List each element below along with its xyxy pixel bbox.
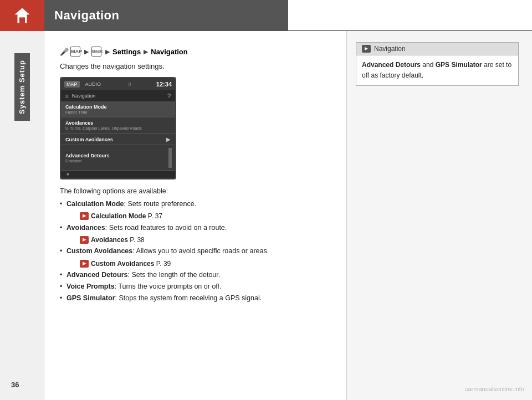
list-item-voice-rest: : Turns the voice prompts on or off. [115,283,222,290]
left-content: 🎤 MAP ▶ Back ▶ Settings ▶ Navigation Cha… [44,31,346,400]
screen-item-avoid-sub: U-Turns, Carpool Lanes, Unpaved Roads [65,126,171,131]
content-area: 🎤 MAP ▶ Back ▶ Settings ▶ Navigation Cha… [44,31,532,400]
list-item-custom: Custom Avoidances: Allows you to avoid s… [60,245,333,269]
sub-label-avoid: Avoidances P. 38 [91,234,145,245]
screen-time: 12:34 [156,81,172,88]
screen-item-avoid[interactable]: Avoidances U-Turns, Carpool Lanes, Unpav… [61,117,175,134]
breadcrumb-settings: Settings [112,48,141,56]
screen-tab-audio: AUDIO [83,81,104,88]
list-item-gps-rest: : Stops the system from receiving a GPS … [115,294,262,302]
screen-item-calc-title: Calculation Mode [65,104,171,110]
list-item-custom-label: Custom Avoidances [66,247,132,255]
info-box-body: Advanced Detours and GPS Simulator are s… [356,55,518,85]
list-item-calc: Calculation Mode: Sets route preference.… [60,198,333,222]
list-item-calc-rest: : Sets route preference. [124,200,196,208]
subtitle: Changes the navigation settings. [60,62,333,70]
screen-item-calc-sub: Faster Time [65,110,171,115]
screen-question-icon: ? [167,93,171,99]
sub-icon-custom: ▶ [80,260,89,268]
screen-nav-title: Navigation [72,93,96,99]
list-item-avoid-label: Avoidances [66,224,105,232]
info-body-part1: Advanced Detours [362,61,421,69]
sub-icon-avoid: ▶ [80,236,89,244]
main-layout: System Setup 🎤 MAP ▶ Back ▶ Settings ▶ N… [0,31,532,400]
right-content: ▶ Navigation Advanced Detours and GPS Si… [346,31,532,400]
mic-icon: 🎤 [60,48,69,56]
screen-item-custom-title: Custom Avoidances [65,137,113,142]
svg-rect-1 [19,17,25,23]
screen-items-wrapper: Calculation Mode Faster Time Avoidances … [61,101,175,171]
screen-item-detours-title: Advanced Detours [65,153,110,158]
list-item-avoid-rest: : Sets road features to avoid on a route… [105,224,227,232]
screen-item-avoid-title: Avoidances [65,120,171,126]
home-icon [12,6,32,25]
list-item-avoid: Avoidances: Sets road features to avoid … [60,222,333,246]
sub-label-custom: Custom Avoidances P. 39 [91,258,171,269]
page-header: Navigation [0,0,532,31]
info-box: ▶ Navigation Advanced Detours and GPS Si… [356,42,519,86]
screen-tabs: MAP AUDIO [64,81,103,88]
breadcrumb-navigation: Navigation [151,48,187,56]
sidebar-label: System Setup [14,53,30,121]
list-item-custom-rest: : Allows you to avoid specific roads or … [132,247,269,255]
screen-nav-title-row: ≡ Navigation [65,93,95,99]
list-item-gps: GPS Simulator: Stops the system from rec… [60,293,333,304]
screen-menu-icon: ≡ [65,93,69,99]
header-right-line [288,0,532,31]
back-icon: Back [91,47,101,57]
bullet-list: Calculation Mode: Sets route preference.… [60,198,333,305]
intro-text: The following options are available: [60,187,333,195]
info-box-title: Navigation [374,45,406,53]
sub-label-calc: Calculation Mode P. 37 [91,211,162,222]
screen-down-arrow-icon: ▼ [65,172,70,177]
info-box-header: ▶ Navigation [356,43,518,55]
screen-item-custom-arrow: ▶ [166,136,171,142]
breadcrumb-arrow-3: ▶ [144,48,148,55]
breadcrumb: 🎤 MAP ▶ Back ▶ Settings ▶ Navigation [60,47,333,57]
page-number: 36 [11,381,19,389]
info-body-part2: GPS Simulator [436,61,482,69]
screen-item-detours-content: Advanced Detours Disabled [65,153,110,163]
screen-bottom-bar: ▼ [61,171,175,178]
list-item-detours-label: Advanced Detours [66,271,127,279]
screen-item-detours-sub: Disabled [65,158,110,163]
list-item-calc-label: Calculation Mode [66,200,124,208]
info-body-mid1: and [421,61,436,69]
scrollbar [168,148,172,168]
list-item-calc-sub: ▶ Calculation Mode P. 37 [66,211,333,222]
screen-item-detours[interactable]: Advanced Detours Disabled [61,145,175,171]
page-title: Navigation [54,8,119,23]
screen-item-custom[interactable]: Custom Avoidances ▶ [61,134,175,145]
screen-divider: 0 [128,81,131,87]
breadcrumb-arrow-1: ▶ [84,48,89,55]
list-item-detours-rest: : Sets the length of the detour. [127,271,220,279]
list-item-custom-sub: ▶ Custom Avoidances P. 39 [66,258,333,269]
screen-mockup: MAP AUDIO 0 12:34 ≡ Navigation ? [60,77,176,180]
home-icon-box [0,0,44,31]
list-item-detours: Advanced Detours: Sets the length of the… [60,269,333,281]
sub-icon-calc: ▶ [80,212,89,220]
list-item-avoid-sub: ▶ Avoidances P. 38 [66,234,333,245]
info-box-icon: ▶ [362,45,371,53]
list-item-voice-label: Voice Prompts [66,283,115,290]
header-title-area: Navigation [44,0,288,31]
screen-tab-map: MAP [64,81,80,88]
breadcrumb-arrow-2: ▶ [105,48,110,55]
screen-topbar: MAP AUDIO 0 12:34 [61,78,175,90]
map-icon: MAP [70,47,80,57]
screen-nav-header: ≡ Navigation ? [61,90,175,101]
watermark: carmanualsonline.info [465,386,524,392]
screen-item-custom-row: Custom Avoidances ▶ [65,136,171,142]
home-svg [13,6,32,25]
list-item-voice: Voice Prompts: Turns the voice prompts o… [60,281,333,293]
list-item-gps-label: GPS Simulator [66,294,115,302]
screen-item-calc[interactable]: Calculation Mode Faster Time [61,101,175,117]
sidebar: System Setup [0,31,44,400]
